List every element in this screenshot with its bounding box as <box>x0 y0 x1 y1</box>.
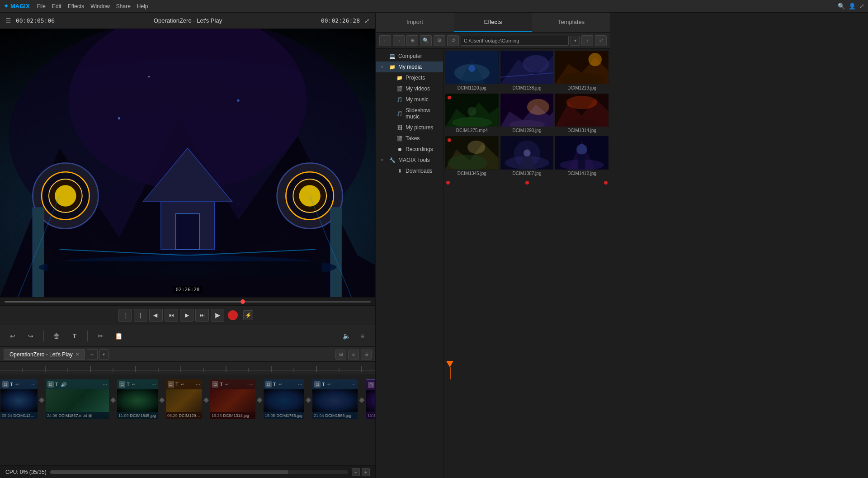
lightning-button[interactable]: ⚡ <box>243 310 253 320</box>
tree-projects[interactable]: 📁 Projects <box>376 72 443 83</box>
clip-dcim1290[interactable]: □T↩⋯ 06:29DCIM1290.jpg <box>166 379 202 419</box>
new-folder-button[interactable]: + <box>581 35 593 46</box>
play-button[interactable]: ▶ <box>180 309 193 322</box>
timeline-view-button[interactable]: ≡ <box>348 350 359 360</box>
tab-effects[interactable]: Effects <box>454 13 532 32</box>
layout-button[interactable]: ≡ <box>355 330 370 342</box>
path-dropdown-button[interactable]: ▾ <box>571 36 580 46</box>
add-timeline-button[interactable]: + <box>87 349 98 360</box>
file-item-dcim1219[interactable]: DCIM1219.jpg <box>555 51 609 92</box>
title-button[interactable]: T <box>67 330 82 342</box>
go-to-out-button[interactable]: |▶ <box>211 309 224 322</box>
tab-templates[interactable]: Templates <box>532 13 610 32</box>
clip-dcim1867[interactable]: □T🔊⋯ 24:06DCIM1867.mp4▣ <box>46 379 109 419</box>
menu-file[interactable]: File <box>37 3 46 9</box>
preview-svg <box>0 29 375 297</box>
clip-dcim1314[interactable]: □T↩⋯ 19:26DCIM1314.jpg <box>210 379 255 419</box>
tree-computer[interactable]: 💻 Computer <box>376 51 443 62</box>
tree-my-pictures[interactable]: 🖼 My pictures <box>376 122 443 133</box>
tree-my-music-label: My music <box>406 96 429 103</box>
statusbar: CPU: 0% (35/35) − + <box>0 465 375 478</box>
transition-1: ◆ <box>36 379 47 419</box>
left-panel: ☰ 00:02:05:06 OperationZero - Let's Play… <box>0 13 375 478</box>
search-icon[interactable]: 🔍 <box>838 3 845 9</box>
storyboard-view-button[interactable]: ⊞ <box>335 350 346 360</box>
tab-effects-label: Effects <box>484 19 502 25</box>
svg-point-49 <box>468 65 476 72</box>
file-item-dcim1275[interactable]: DCIM1275.mp4 <box>445 94 499 135</box>
redo-button[interactable]: ↪ <box>24 330 38 342</box>
zoom-in-button[interactable]: + <box>362 468 370 476</box>
tree-projects-label: Projects <box>406 75 425 81</box>
file-name-dcim1314: DCIM1314.jpg <box>555 127 609 134</box>
refresh-button[interactable]: ↺ <box>447 35 459 46</box>
delete-button[interactable]: 🗑 <box>49 330 64 342</box>
go-to-in-button[interactable]: ◀| <box>149 309 163 322</box>
tree-takes[interactable]: 🎬 Takes <box>376 133 443 144</box>
timeline-tab-dropdown[interactable]: ▾ <box>99 349 108 360</box>
set-out-button[interactable]: ] <box>134 309 147 322</box>
file-item-dcim1387[interactable]: DCIM1387.jpg <box>500 136 554 177</box>
set-in-button[interactable]: [ <box>118 309 132 322</box>
clip-dcim1120[interactable]: □T↩⋯ 09:24DCIM1120.jpg <box>0 379 38 419</box>
search-button[interactable]: 🔍 <box>420 35 432 46</box>
clip-dcim1845[interactable]: □T↩⋯ 11:09DCIM1845.jpg <box>117 379 158 419</box>
timeline-tab-main[interactable]: OperationZero - Let's Play ✕ <box>4 349 85 360</box>
paste-button[interactable]: 📋 <box>111 330 126 342</box>
toolbar-sep-2 <box>87 331 88 341</box>
zoom-out-button[interactable]: − <box>352 468 360 476</box>
record-button[interactable] <box>228 310 238 320</box>
tree-slideshow-music[interactable]: 🎵 Slideshow music <box>376 105 443 122</box>
tree-downloads[interactable]: ⬇ Downloads <box>376 166 443 176</box>
view-toggle-button[interactable]: ⊞ <box>406 35 418 46</box>
tree-magix-tools[interactable]: ▾ 🔧 MAGIX Tools <box>376 155 443 166</box>
tree-my-music[interactable]: 🎵 My music <box>376 94 443 105</box>
tree-recordings[interactable]: ⏺ Recordings <box>376 144 443 155</box>
scrubber-bar[interactable] <box>0 297 375 305</box>
horizontal-scrollbar[interactable] <box>50 470 348 474</box>
forward-icon: → <box>396 38 401 43</box>
file-item-dcim1120[interactable]: DCIM1120.jpg <box>445 51 499 92</box>
tree-my-videos[interactable]: 🎬 My videos <box>376 83 443 94</box>
timeline-tab-close[interactable]: ✕ <box>75 352 79 357</box>
file-name-dcim1138: DCIM1138.jpg <box>500 84 554 92</box>
fullscreen-button[interactable]: ⤢ <box>595 35 607 46</box>
menu-share[interactable]: Share <box>116 3 131 9</box>
tree-my-media[interactable]: ▾ 📁 My media <box>376 62 443 72</box>
trim-button[interactable]: ✂ <box>93 330 108 342</box>
file-tree: 💻 Computer ▾ 📁 My media 📁 Projects 🎬 My <box>376 49 443 478</box>
clip-dcim1387[interactable]: □T↩⋯ 15:18DCIM1387.jpg <box>366 379 375 419</box>
file-thumb-dcim1120 <box>445 51 499 84</box>
clip-dcim1765[interactable]: □T↩⋯ 15:05DCIM1765.jpg <box>264 379 304 419</box>
file-item-dcim1345[interactable]: DCIM1345.jpg <box>445 136 499 177</box>
scrubber-thumb[interactable] <box>241 299 245 304</box>
menu-window[interactable]: Window <box>90 3 110 9</box>
file-item-dcim1412[interactable]: DCIM1412.jpg <box>555 136 609 177</box>
file-grid-container: DCIM1120.jpg DCIM1138.jpg <box>443 49 610 478</box>
preview-expand-icon[interactable]: ⤢ <box>364 17 370 24</box>
menu-help[interactable]: Help <box>137 3 148 9</box>
svg-rect-28 <box>0 362 375 374</box>
menu-effects[interactable]: Effects <box>68 3 84 9</box>
transport-controls: [ ] ◀| ⏮ ▶ ⏭ |▶ ⚡ <box>0 305 375 325</box>
settings-button[interactable]: ⚙ <box>434 35 445 46</box>
scrollbar-thumb[interactable] <box>50 470 288 474</box>
audio-button[interactable]: 🔈 <box>339 330 354 342</box>
file-item-dcim1138[interactable]: DCIM1138.jpg <box>500 51 554 92</box>
user-icon[interactable]: 👤 <box>849 3 856 9</box>
next-frame-button[interactable]: ⏭ <box>195 309 209 322</box>
file-item-dcim1314[interactable]: DCIM1314.jpg <box>555 94 609 135</box>
takes-icon: 🎬 <box>396 135 403 142</box>
prev-frame-button[interactable]: ⏮ <box>165 309 178 322</box>
collapse-view-button[interactable]: ⊟ <box>361 350 372 360</box>
forward-button[interactable]: → <box>393 35 405 46</box>
menu-edit[interactable]: Edit <box>52 3 61 9</box>
undo-button[interactable]: ↩ <box>5 330 20 342</box>
back-button[interactable]: ← <box>379 35 391 46</box>
lightning-icon: ⚡ <box>245 312 252 318</box>
expand-icon[interactable]: ⤢ <box>859 3 864 9</box>
clip-dcim1566[interactable]: □T↩⋯ 21:04DCIM1566.jpg <box>312 379 358 419</box>
tab-import[interactable]: Import <box>376 13 454 32</box>
file-item-dcim1290[interactable]: DCIM1290.jpg <box>500 94 554 135</box>
preview-menu-icon[interactable]: ☰ <box>5 17 11 24</box>
